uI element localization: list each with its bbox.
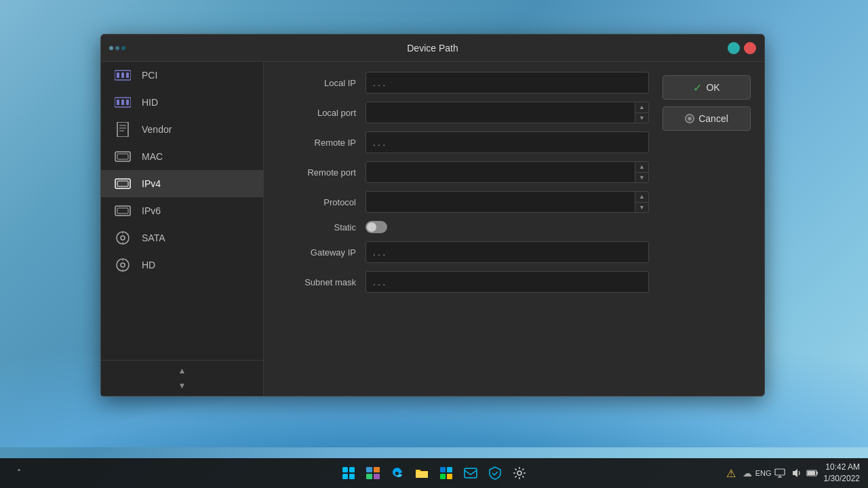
svg-rect-27 — [349, 467, 355, 472]
cloud-systray-icon[interactable]: ☁ — [741, 467, 753, 479]
sidebar-item-mac[interactable]: MAC — [101, 143, 263, 170]
svg-rect-13 — [117, 154, 128, 159]
taskbar-time-display: 10:42 AM — [824, 462, 860, 473]
protocol-input[interactable] — [366, 192, 635, 212]
sidebar-item-vendor[interactable]: Vendor — [101, 116, 263, 143]
svg-rect-7 — [126, 100, 129, 105]
gateway-ip-row: Gateway IP — [277, 241, 649, 263]
sidebar-item-hid[interactable]: HID — [101, 89, 263, 116]
sidebar-item-pci[interactable]: PCI — [101, 62, 263, 89]
static-label: Static — [277, 222, 366, 232]
svg-rect-1 — [117, 73, 119, 78]
cancel-radio-icon — [685, 114, 694, 123]
svg-rect-8 — [117, 122, 128, 137]
svg-rect-37 — [447, 474, 452, 479]
sidebar-label-pci: PCI — [142, 70, 157, 81]
svg-rect-36 — [440, 474, 446, 479]
svg-rect-32 — [366, 474, 372, 479]
dialog-title: Device Path — [407, 43, 458, 54]
close-button[interactable] — [744, 42, 756, 54]
svg-rect-29 — [349, 474, 355, 479]
hd-icon — [115, 258, 131, 272]
svg-rect-28 — [342, 474, 348, 479]
systray-expand-icon[interactable]: ˄ — [8, 462, 30, 484]
title-dot-1 — [109, 46, 113, 50]
local-port-input[interactable] — [366, 102, 635, 123]
ok-check-icon: ✓ — [693, 81, 702, 94]
gateway-ip-input[interactable] — [366, 241, 649, 263]
svg-point-23 — [121, 263, 125, 267]
taskbar-security-icon[interactable] — [484, 462, 506, 484]
svg-rect-17 — [117, 208, 128, 214]
remote-port-label: Remote port — [277, 167, 366, 178]
remote-port-down[interactable]: ▼ — [635, 173, 648, 183]
protocol-arrows: ▲ ▼ — [635, 192, 648, 212]
minimize-button[interactable] — [728, 42, 740, 54]
taskbar-fileexplorer-icon[interactable] — [411, 462, 433, 484]
remote-port-spinbox: ▲ ▼ — [366, 161, 649, 183]
title-dot-3 — [121, 46, 125, 50]
ok-label: OK — [706, 82, 719, 93]
taskbar-edge-icon[interactable] — [387, 462, 408, 484]
taskbar-mail-icon[interactable] — [460, 462, 481, 484]
remote-port-arrows: ▲ ▼ — [635, 162, 648, 182]
local-port-up[interactable]: ▲ — [635, 102, 648, 113]
local-ip-row: Local IP — [277, 72, 649, 94]
local-ip-input[interactable] — [366, 72, 649, 94]
remote-port-row: Remote port ▲ ▼ — [277, 161, 649, 183]
pci-icon — [115, 68, 131, 82]
ipv4-icon — [115, 177, 131, 190]
sidebar-items: PCI HID — [101, 62, 263, 360]
svg-rect-30 — [366, 467, 372, 472]
subnet-mask-input[interactable] — [366, 271, 649, 293]
static-toggle[interactable] — [366, 221, 387, 233]
gateway-ip-label: Gateway IP — [277, 247, 366, 258]
taskbar-clock[interactable]: 10:42 AM 1/30/2022 — [824, 462, 860, 485]
sidebar: PCI HID — [101, 62, 264, 396]
sidebar-item-sata[interactable]: SATA — [101, 224, 263, 251]
taskbar-date-display: 1/30/2022 — [824, 473, 860, 485]
svg-rect-31 — [374, 467, 380, 472]
sidebar-item-hd[interactable]: HD — [101, 251, 263, 279]
protocol-spinbox: ▲ ▼ — [366, 191, 649, 213]
sidebar-label-sata: SATA — [142, 232, 165, 243]
taskbar-left: ˄ — [8, 462, 30, 484]
protocol-label: Protocol — [277, 197, 366, 207]
svg-rect-2 — [121, 73, 124, 78]
remote-ip-label: Remote IP — [277, 138, 366, 148]
local-port-spinbox: ▲ ▼ — [366, 102, 649, 123]
svg-rect-44 — [808, 471, 815, 475]
sidebar-nav-up[interactable]: ▲ — [170, 363, 195, 378]
remote-port-input[interactable] — [366, 162, 635, 182]
svg-rect-40 — [775, 469, 785, 475]
sidebar-item-ipv6[interactable]: IPv6 — [101, 197, 263, 224]
svg-rect-35 — [447, 467, 452, 472]
protocol-down[interactable]: ▼ — [635, 203, 648, 213]
svg-rect-45 — [816, 472, 818, 474]
taskbar: ˄ — [0, 458, 868, 488]
protocol-up[interactable]: ▲ — [635, 192, 648, 203]
svg-rect-34 — [440, 467, 446, 472]
sidebar-label-ipv6: IPv6 — [142, 205, 161, 216]
svg-point-39 — [517, 471, 521, 475]
taskbar-store-icon[interactable] — [435, 462, 457, 484]
local-port-down[interactable]: ▼ — [635, 113, 648, 123]
taskbar-widgets-icon[interactable] — [362, 462, 384, 484]
sidebar-nav-down[interactable]: ▼ — [170, 378, 195, 393]
battery-systray-icon[interactable] — [806, 467, 818, 479]
remote-port-up[interactable]: ▲ — [635, 162, 648, 173]
titlebar-left — [109, 46, 125, 50]
sidebar-item-ipv4[interactable]: IPv4 — [101, 170, 263, 197]
monitor-systray-icon[interactable] — [774, 467, 786, 479]
lang-indicator[interactable]: ENG — [757, 467, 770, 479]
taskbar-settings-icon[interactable] — [509, 462, 530, 484]
dialog-titlebar: Device Path — [101, 35, 764, 62]
sata-icon — [115, 231, 131, 245]
cancel-button[interactable]: Cancel — [663, 106, 751, 131]
static-row: Static — [277, 221, 649, 233]
warning-systray-icon[interactable]: ⚠ — [725, 467, 737, 479]
remote-ip-input[interactable] — [366, 131, 649, 153]
volume-systray-icon[interactable] — [790, 467, 802, 479]
start-button[interactable] — [338, 462, 359, 484]
ok-button[interactable]: ✓ OK — [663, 75, 751, 100]
